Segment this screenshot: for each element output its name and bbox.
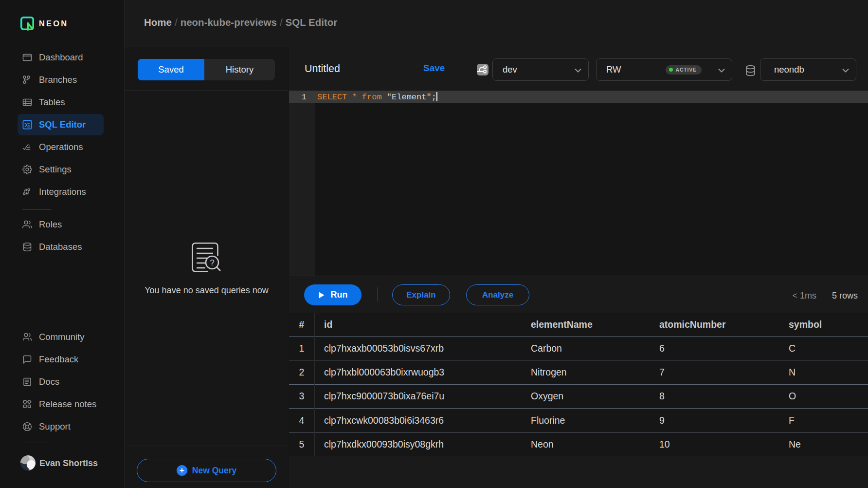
svg-text:?: ? <box>210 258 214 267</box>
